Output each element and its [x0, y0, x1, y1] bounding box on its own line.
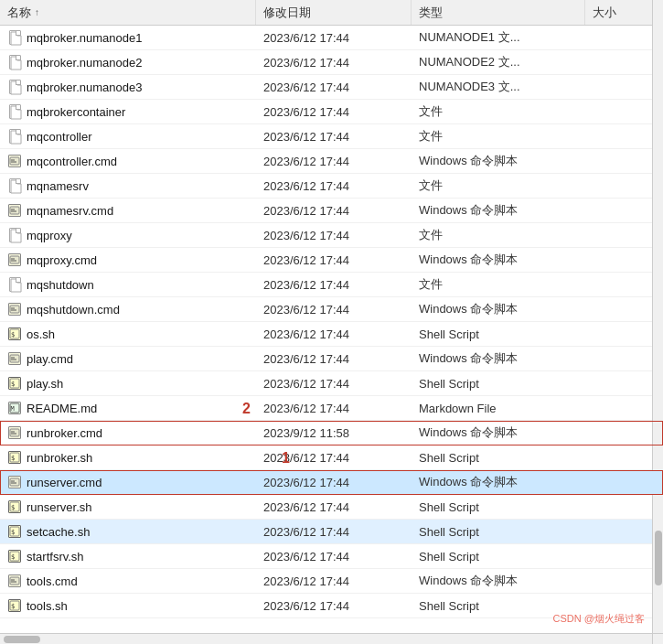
cell-name: mqproxy.cmd — [0, 248, 256, 272]
cell-size — [585, 347, 640, 370]
cell-name: play.cmd — [0, 347, 256, 370]
table-row[interactable]: mqbrokercontainer 2023/6/12 17:44 文件 — [0, 100, 663, 124]
file-icon — [7, 55, 22, 70]
vertical-scrollbar[interactable] — [652, 0, 663, 633]
table-row[interactable]: mqnamesrv.cmd 2023/6/12 17:44 Windows 命令… — [0, 199, 663, 223]
cell-date: 2023/6/12 17:44 — [256, 594, 412, 617]
file-name: runbroker.sh — [27, 451, 92, 465]
cmd-icon — [7, 302, 22, 317]
table-row[interactable]: mqshutdown 2023/6/12 17:44 文件 — [0, 273, 663, 297]
table-row[interactable]: $ setcache.sh 2023/6/12 17:44 Shell Scri… — [0, 520, 663, 544]
table-row[interactable]: $ os.sh 2023/6/12 17:44 Shell Script — [0, 322, 663, 347]
header-name[interactable]: 名称 ↑ — [0, 0, 256, 25]
cell-type: NUMANODE2 文... — [412, 50, 585, 74]
cell-type: 文件 — [412, 100, 585, 123]
svg-text:$: $ — [11, 504, 15, 511]
file-name: mqbroker.numanode1 — [27, 31, 142, 45]
cell-size — [585, 495, 640, 519]
cell-name: mqbroker.numanode2 — [0, 50, 256, 74]
file-name: setcache.sh — [27, 525, 90, 539]
cell-type: Shell Script — [412, 495, 585, 519]
cell-size — [585, 371, 640, 395]
horizontal-scrollbar[interactable] — [0, 633, 652, 644]
table-row[interactable]: mqcontroller.cmd 2023/6/12 17:44 Windows… — [0, 149, 663, 174]
sh-icon: $ — [7, 549, 22, 564]
svg-rect-26 — [10, 478, 19, 486]
table-row[interactable]: $ startfsrv.sh 2023/6/12 17:44 Shell Scr… — [0, 544, 663, 569]
cell-type: Shell Script — [412, 371, 585, 395]
table-row[interactable]: $ runbroker.sh 2023/6/12 17:44 Shell Scr… — [0, 445, 663, 470]
cmd-icon — [7, 252, 22, 267]
header-size[interactable]: 大小 — [585, 0, 640, 25]
svg-rect-21 — [10, 429, 19, 436]
cmd-icon — [7, 154, 22, 168]
file-name: mqproxy — [27, 229, 72, 242]
file-name: tools.cmd — [27, 574, 78, 588]
cell-size — [585, 273, 640, 296]
cell-type: Shell Script — [412, 544, 585, 568]
table-row[interactable]: mqshutdown.cmd 2023/6/12 17:44 Windows 命… — [0, 297, 663, 322]
sh-icon: $ — [7, 376, 22, 391]
table-row[interactable]: runbroker.cmd 2023/9/12 11:58 Windows 命令… — [0, 421, 663, 445]
cell-date: 2023/6/12 17:44 — [256, 223, 412, 247]
cell-type: Windows 命令脚本 — [412, 569, 585, 593]
svg-rect-14 — [10, 355, 19, 362]
cell-date: 2023/6/12 17:44 — [256, 297, 412, 321]
cmd-icon — [7, 425, 22, 440]
cell-size — [585, 322, 640, 346]
table-row[interactable]: $ play.sh 2023/6/12 17:44 Shell Script — [0, 371, 663, 396]
file-name: mqshutdown — [27, 278, 94, 292]
table-row[interactable]: mqbroker.numanode2 2023/6/12 17:44 NUMAN… — [0, 50, 663, 75]
cell-name: tools.cmd — [0, 569, 256, 593]
cell-name: $ tools.sh — [0, 594, 256, 617]
file-name: startfsrv.sh — [27, 550, 84, 564]
table-header: 名称 ↑ 修改日期 类型 大小 — [0, 0, 663, 26]
cell-date: 2023/6/12 17:44 — [256, 124, 412, 148]
badge-2: 2 — [242, 401, 251, 417]
table-row[interactable]: play.cmd 2023/6/12 17:44 Windows 命令脚本 — [0, 347, 663, 371]
table-row[interactable]: mqcontroller 2023/6/12 17:44 文件 — [0, 124, 663, 149]
file-name: tools.sh — [27, 599, 68, 613]
cell-type: 文件 — [412, 174, 585, 198]
cell-type: 文件 — [412, 223, 585, 247]
file-icon — [7, 178, 22, 193]
table-row[interactable]: mqproxy 2023/6/12 17:44 文件 — [0, 223, 663, 248]
horizontal-scrollbar-thumb[interactable] — [4, 636, 40, 643]
cell-date: 2023/6/12 17:44 — [256, 248, 412, 272]
cell-date: 2023/6/12 17:44 — [256, 544, 412, 568]
sh-icon: $ — [7, 524, 22, 539]
cell-type: Shell Script — [412, 322, 585, 346]
cell-size — [585, 174, 640, 198]
cell-type: Markdown File — [412, 396, 585, 420]
file-name: play.sh — [27, 377, 63, 391]
md-icon: M — [7, 401, 22, 415]
cell-size — [585, 75, 640, 99]
table-row[interactable]: mqbroker.numanode3 2023/6/12 17:44 NUMAN… — [0, 75, 663, 100]
file-name: mqbroker.numanode3 — [27, 80, 142, 94]
table-row[interactable]: tools.cmd 2023/6/12 17:44 Windows 命令脚本 — [0, 569, 663, 594]
cell-date: 2023/6/12 17:44 — [256, 50, 412, 74]
cell-date: 2023/6/12 17:44 — [256, 396, 412, 420]
header-type[interactable]: 类型 — [412, 0, 585, 25]
cell-name: runserver.cmd — [0, 470, 256, 494]
badge-1: 1 — [282, 450, 290, 467]
table-row[interactable]: $ runserver.sh 2023/6/12 17:44 Shell Scr… — [0, 495, 663, 520]
table-row[interactable]: M README.md 2023/6/12 17:44 Markdown Fil… — [0, 396, 663, 421]
cell-type: Windows 命令脚本 — [412, 470, 585, 494]
sh-icon: $ — [7, 598, 22, 613]
cell-type: Shell Script — [412, 520, 585, 543]
file-icon — [7, 277, 22, 292]
vertical-scrollbar-thumb[interactable] — [655, 531, 662, 585]
cell-date: 2023/6/12 17:44 — [256, 199, 412, 222]
cell-type: 文件 — [412, 273, 585, 296]
table-row[interactable]: mqproxy.cmd 2023/6/12 17:44 Windows 命令脚本 — [0, 248, 663, 273]
table-row[interactable]: mqbroker.numanode1 2023/6/12 17:44 NUMAN… — [0, 26, 663, 50]
cell-date: 2023/6/12 17:44 — [256, 347, 412, 370]
header-date[interactable]: 修改日期 — [256, 0, 412, 25]
table-row[interactable]: mqnamesrv 2023/6/12 17:44 文件 — [0, 174, 663, 199]
cell-type: Windows 命令脚本 — [412, 347, 585, 370]
svg-rect-3 — [10, 207, 19, 214]
cell-size — [585, 396, 640, 420]
table-row[interactable]: runserver.cmd 2023/6/12 17:44 Windows 命令… — [0, 470, 663, 495]
file-name: runserver.sh — [27, 500, 92, 514]
